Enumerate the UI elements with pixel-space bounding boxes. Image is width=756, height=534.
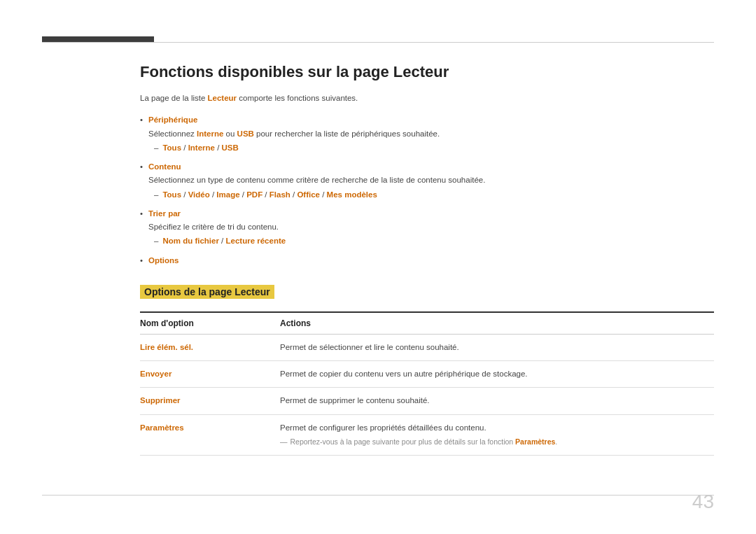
- sub-links-contenu: Tous / Vidéo / Image / PDF / Flash / Off…: [162, 189, 377, 201]
- option-desc-supprimer: Permet de supprimer le contenu souhaité.: [280, 388, 714, 414]
- page: Fonctions disponibles sur la page Lecteu…: [0, 0, 756, 534]
- item-title-options: Options: [148, 256, 178, 265]
- option-name-supprimer: Supprimer: [140, 388, 280, 414]
- sub-item-trier: – Nom du fichier / Lecture récente: [148, 235, 714, 247]
- page-title: Fonctions disponibles sur la page Lecteu…: [140, 63, 714, 81]
- item-desc-trier: Spécifiez le critère de tri du contenu.: [148, 221, 714, 233]
- top-border: [42, 42, 714, 43]
- intro-lecteur-bold: Lecteur: [208, 94, 237, 102]
- option-desc-lire: Permet de sélectionner et lire le conten…: [280, 334, 714, 360]
- item-title-peripherique: Périphérique: [148, 115, 197, 124]
- intro-text-before: La page de la liste: [140, 94, 208, 102]
- intro-text-after: comporte les fonctions suivantes.: [237, 94, 358, 102]
- item-title-trier: Trier par: [148, 209, 181, 218]
- sub-links-trier: Nom du fichier / Lecture récente: [162, 235, 286, 247]
- option-name-parametres: Paramètres: [140, 414, 280, 455]
- item-desc-contenu: Sélectionnez un type de contenu comme cr…: [148, 174, 714, 186]
- dash-icon: –: [154, 142, 158, 154]
- sub-item-contenu: – Tous / Vidéo / Image / PDF / Flash / O…: [148, 189, 714, 201]
- table-row: Envoyer Permet de copier du contenu vers…: [140, 361, 714, 388]
- dash-icon-3: –: [154, 235, 158, 247]
- option-desc-envoyer: Permet de copier du contenu vers un autr…: [280, 361, 714, 388]
- option-note-parametres: ―Reportez-vous à la page suivante pour p…: [280, 437, 714, 448]
- item-title-contenu: Contenu: [148, 162, 181, 171]
- bottom-border: [42, 495, 714, 496]
- table-row: Supprimer Permet de supprimer le contenu…: [140, 388, 714, 414]
- dash-icon-2: –: [154, 189, 158, 201]
- options-section-title: Options de la page Lecteur: [140, 285, 274, 299]
- table-row: Paramètres Permet de configurer les prop…: [140, 414, 714, 455]
- list-item-contenu: Contenu Sélectionnez un type de contenu …: [140, 161, 714, 201]
- list-item-trier: Trier par Spécifiez le critère de tri du…: [140, 208, 714, 248]
- item-desc-peripherique: Sélectionnez Interne ou USB pour recherc…: [148, 128, 714, 140]
- col-header-option: Nom d'option: [140, 312, 280, 335]
- option-name-envoyer: Envoyer: [140, 361, 280, 388]
- page-number: 43: [692, 491, 714, 513]
- sub-links-peripherique: Tous / Interne / USB: [162, 142, 238, 154]
- options-table: Nom d'option Actions Lire élém. sél. Per…: [140, 311, 714, 456]
- option-desc-parametres: Permet de configurer les propriétés déta…: [280, 414, 714, 455]
- option-name-lire: Lire élém. sél.: [140, 334, 280, 360]
- feature-list: Périphérique Sélectionnez Interne ou USB…: [140, 114, 714, 267]
- table-header-row: Nom d'option Actions: [140, 312, 714, 335]
- sub-item-peripherique: – Tous / Interne / USB: [148, 142, 714, 154]
- list-item-options: Options: [140, 255, 714, 267]
- list-item-peripherique: Périphérique Sélectionnez Interne ou USB…: [140, 114, 714, 154]
- table-row: Lire élém. sél. Permet de sélectionner e…: [140, 334, 714, 360]
- main-content: Fonctions disponibles sur la page Lecteu…: [140, 56, 714, 492]
- col-header-actions: Actions: [280, 312, 714, 335]
- intro-paragraph: La page de la liste Lecteur comporte les…: [140, 92, 714, 104]
